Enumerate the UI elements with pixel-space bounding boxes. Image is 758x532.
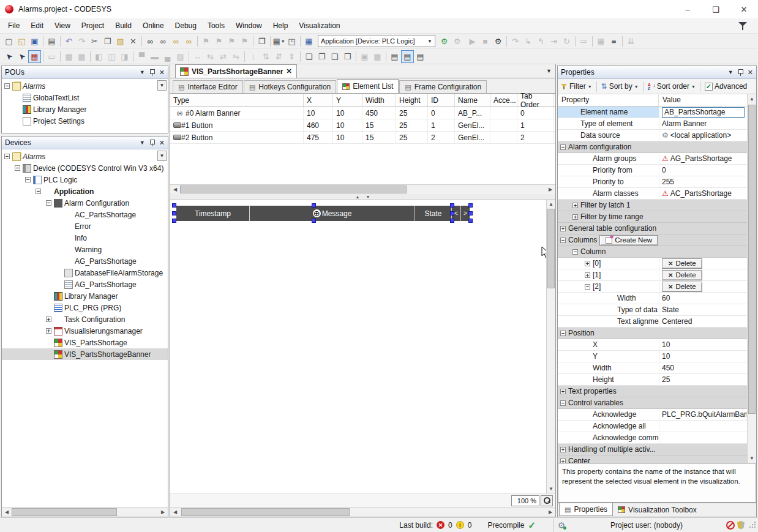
active-application-combo[interactable]: Application [Device: PLC Logic]▼: [318, 35, 435, 47]
selection-zoom-tool-icon[interactable]: ➤: [15, 50, 28, 63]
property-value-cell[interactable]: [644, 211, 747, 222]
property-section-alarm-configuration[interactable]: −Alarm configuration: [558, 141, 747, 153]
property-section-filter-by-time-range[interactable]: +Filter by time range: [558, 211, 747, 223]
column-header-width[interactable]: Width: [362, 94, 396, 107]
menu-window[interactable]: Window: [230, 20, 268, 32]
tree-item-ag-partsshortage[interactable]: AG_PartsShortage: [2, 255, 168, 267]
document-tab[interactable]: VIS_PartsShortageBanner ✕: [175, 64, 297, 78]
pous-pin-icon[interactable]: [149, 69, 155, 76]
column-header-x[interactable]: X: [304, 94, 333, 107]
banner-column-state[interactable]: State: [415, 206, 452, 221]
menu-visualization[interactable]: Visualization: [293, 20, 345, 32]
property-value-cell[interactable]: [623, 397, 747, 408]
column-header-name[interactable]: Name: [455, 94, 490, 107]
property-value-cell[interactable]: 10: [659, 339, 747, 350]
tree-item-task-configuration[interactable]: +Task Configuration: [2, 313, 168, 325]
property-row--1-[interactable]: +[1]✕Delete: [558, 269, 747, 281]
property-value-cell[interactable]: [659, 432, 747, 443]
tree-item-alarms[interactable]: −Alarms: [2, 80, 168, 92]
property-value-cell[interactable]: PLC_PRG.bQuitAlarmBanner: [659, 409, 747, 420]
tree-item-vis-partsshortagebanner[interactable]: VIS_PartsShortageBanner: [2, 348, 168, 360]
equal-vertical-spacing-icon[interactable]: ↕: [247, 50, 260, 63]
next-bookmark-icon[interactable]: ⚑: [225, 35, 238, 48]
grid-expander-icon[interactable]: −: [585, 284, 590, 290]
selection-handle[interactable]: [312, 219, 316, 223]
menu-help[interactable]: Help: [268, 20, 294, 32]
delete-button[interactable]: ✕Delete: [662, 258, 702, 269]
tree-item-library-manager[interactable]: Library Manager: [2, 103, 168, 115]
property-row-width[interactable]: Width450: [558, 362, 747, 374]
menu-tools[interactable]: Tools: [202, 20, 230, 32]
property-row-alarm-groups[interactable]: Alarm groups⚠AG_PartsShortage: [558, 153, 747, 165]
minimize-button[interactable]: –: [674, 0, 702, 18]
property-value-cell[interactable]: 450: [659, 362, 747, 373]
menu-online[interactable]: Online: [137, 20, 170, 32]
edit-object-icon[interactable]: ❐: [255, 35, 268, 48]
combo-dropdown-icon[interactable]: ▼: [427, 39, 432, 44]
property-row-alarm-classes[interactable]: Alarm classes⚠AC_PartsShortage: [558, 188, 747, 200]
previous-bookmark-icon[interactable]: ⚑: [212, 35, 225, 48]
decrease-horizontal-spacing-icon[interactable]: ⇄: [217, 50, 230, 63]
menu-project[interactable]: Project: [76, 20, 110, 32]
tree-item-ag-partsshortage[interactable]: AG_PartsShortage: [2, 279, 168, 290]
property-section-center[interactable]: +Center: [558, 455, 747, 463]
property-value-cell[interactable]: [659, 421, 747, 432]
scroll-right-icon[interactable]: ▶: [158, 508, 168, 517]
tab-order-mode-3-icon[interactable]: ▤: [414, 50, 427, 63]
grid-expander-icon[interactable]: +: [585, 272, 590, 278]
menu-build[interactable]: Build: [110, 20, 137, 32]
zoom-level-field[interactable]: 100 %: [511, 495, 539, 506]
security-shield-icon[interactable]: [737, 521, 745, 530]
tree-item-plc-logic[interactable]: −PLC Logic: [2, 174, 168, 185]
menu-file[interactable]: File: [2, 20, 25, 32]
grid-expander-icon[interactable]: −: [560, 238, 566, 243]
property-row-text-alignment[interactable]: Text alignmentCentered: [558, 316, 747, 328]
advanced-toggle[interactable]: ✓Advanced: [705, 82, 747, 91]
replace-icon[interactable]: ∞: [157, 35, 170, 48]
scroll-left-icon[interactable]: ◀: [170, 185, 180, 194]
property-row--0-[interactable]: +[0]✕Delete: [558, 258, 747, 269]
property-value-cell[interactable]: AB_PartsShortage: [659, 107, 747, 118]
selection-handle[interactable]: [172, 203, 176, 208]
tree-expander-icon[interactable]: −: [46, 200, 51, 206]
close-button[interactable]: ✕: [730, 0, 758, 18]
properties-pin-icon[interactable]: [738, 69, 743, 76]
selection-handle[interactable]: [312, 203, 316, 208]
property-row-acknowledge-comment[interactable]: Acknowledge comment: [558, 432, 747, 444]
copy-icon[interactable]: ❐: [101, 35, 114, 48]
new-object-icon[interactable]: ◳: [285, 35, 298, 48]
grid-expander-icon[interactable]: +: [572, 203, 578, 208]
property-value-cell[interactable]: ⚙<local application>: [659, 130, 747, 141]
send-one-backward-icon[interactable]: ❑: [328, 50, 341, 63]
property-value-cell[interactable]: ⚠AC_PartsShortage: [659, 188, 747, 199]
properties-vertical-scrollbar[interactable]: ▲ ▼: [747, 94, 756, 463]
editor-splitter[interactable]: ▲▼: [170, 194, 555, 200]
property-section-position[interactable]: −Position: [558, 328, 747, 339]
next-statement-icon[interactable]: ⇨: [577, 35, 590, 48]
scroll-right-icon[interactable]: ▶: [546, 185, 555, 194]
table-row[interactable]: #1 Button4601015251GenEl...1: [170, 119, 555, 132]
property-row-acknowledge[interactable]: AcknowledgePLC_PRG.bQuitAlarmBanner: [558, 409, 747, 421]
property-row-type-of-data[interactable]: Type of dataState: [558, 304, 747, 316]
delete-button[interactable]: ✕Delete: [662, 270, 702, 280]
grid-expander-icon[interactable]: +: [560, 226, 566, 231]
tree-item-project-settings[interactable]: Project Settings: [2, 115, 168, 127]
menu-edit[interactable]: Edit: [25, 20, 49, 32]
property-section-control-variables[interactable]: −Control variables: [558, 397, 747, 409]
toggle-breakpoint-icon[interactable]: ▦: [595, 35, 607, 48]
create-new-button[interactable]: Create New: [599, 235, 658, 245]
properties-menu-icon[interactable]: ▼: [728, 69, 734, 75]
visualization-canvas[interactable]: Timestamp⊕MessageState<>: [170, 200, 546, 493]
cut-icon[interactable]: ✂: [88, 35, 101, 48]
property-section-handling-of-multiple-activ-[interactable]: +Handling of multiple activ...: [558, 444, 747, 455]
tree-item-plc-prg-prg-[interactable]: PLC_PRG (PRG): [2, 302, 168, 313]
toggle-bookmark-icon[interactable]: ⚑: [200, 35, 212, 48]
tree-item-alarm-configuration[interactable]: −Alarm Configuration: [2, 197, 168, 209]
paste-icon[interactable]: ▨: [114, 35, 127, 48]
grid-expander-icon[interactable]: +: [560, 389, 566, 394]
menu-debug[interactable]: Debug: [170, 20, 202, 32]
bring-one-forward-icon[interactable]: ❐: [315, 50, 328, 63]
property-value-cell[interactable]: Centered: [659, 316, 747, 327]
grid-expander-icon[interactable]: +: [560, 459, 566, 463]
copy-visual-elements-icon[interactable]: ▩: [62, 50, 75, 63]
